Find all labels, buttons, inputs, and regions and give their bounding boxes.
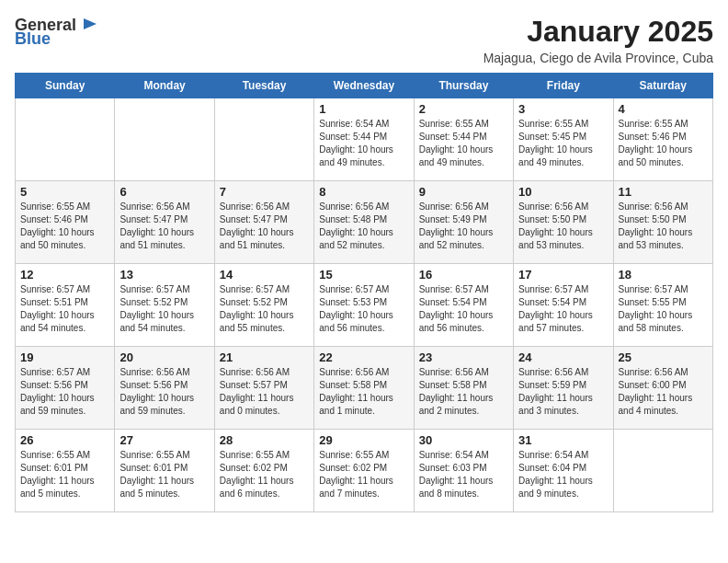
weekday-header-saturday: Saturday	[613, 74, 712, 98]
day-number: 29	[319, 433, 408, 447]
calendar-cell: 14Sunrise: 6:57 AM Sunset: 5:52 PM Dayli…	[214, 264, 313, 347]
weekday-header-wednesday: Wednesday	[314, 74, 414, 98]
day-info: Sunrise: 6:55 AM Sunset: 6:02 PM Dayligh…	[220, 449, 309, 500]
calendar-cell: 28Sunrise: 6:55 AM Sunset: 6:02 PM Dayli…	[214, 430, 313, 512]
calendar-cell: 30Sunrise: 6:54 AM Sunset: 6:03 PM Dayli…	[414, 430, 513, 512]
calendar-cell: 12Sunrise: 6:57 AM Sunset: 5:51 PM Dayli…	[16, 264, 115, 347]
day-info: Sunrise: 6:54 AM Sunset: 6:03 PM Dayligh…	[419, 449, 508, 500]
calendar-cell: 17Sunrise: 6:57 AM Sunset: 5:54 PM Dayli…	[514, 264, 613, 347]
calendar-table: SundayMondayTuesdayWednesdayThursdayFrid…	[15, 73, 713, 512]
day-info: Sunrise: 6:57 AM Sunset: 5:54 PM Dayligh…	[518, 283, 608, 335]
day-number: 19	[20, 350, 109, 364]
day-info: Sunrise: 6:54 AM Sunset: 5:44 PM Dayligh…	[319, 118, 408, 169]
calendar-week-row: 12Sunrise: 6:57 AM Sunset: 5:51 PM Dayli…	[16, 264, 713, 347]
day-info: Sunrise: 6:56 AM Sunset: 6:00 PM Dayligh…	[619, 366, 708, 418]
page-header: General Blue January 2025 Majagua, Ciego…	[15, 15, 713, 65]
day-number: 20	[119, 350, 209, 364]
title-block: January 2025 Majagua, Ciego de Avila Pro…	[483, 15, 713, 65]
day-info: Sunrise: 6:56 AM Sunset: 5:57 PM Dayligh…	[220, 366, 309, 418]
calendar-cell: 21Sunrise: 6:56 AM Sunset: 5:57 PM Dayli…	[214, 347, 313, 430]
day-number: 5	[20, 185, 109, 199]
day-info: Sunrise: 6:56 AM Sunset: 5:58 PM Dayligh…	[319, 366, 408, 418]
day-number: 17	[518, 268, 608, 282]
day-number: 4	[619, 102, 708, 116]
calendar-week-row: 5Sunrise: 6:55 AM Sunset: 5:46 PM Daylig…	[16, 181, 713, 264]
calendar-cell: 9Sunrise: 6:56 AM Sunset: 5:49 PM Daylig…	[414, 181, 513, 264]
calendar-cell: 6Sunrise: 6:56 AM Sunset: 5:47 PM Daylig…	[115, 181, 214, 264]
calendar-week-row: 1Sunrise: 6:54 AM Sunset: 5:44 PM Daylig…	[16, 98, 713, 181]
calendar-week-row: 19Sunrise: 6:57 AM Sunset: 5:56 PM Dayli…	[16, 347, 713, 430]
day-number: 6	[119, 185, 209, 199]
day-info: Sunrise: 6:56 AM Sunset: 5:48 PM Dayligh…	[319, 201, 408, 252]
day-number: 15	[319, 268, 408, 282]
day-info: Sunrise: 6:56 AM Sunset: 5:50 PM Dayligh…	[518, 201, 608, 252]
calendar-cell: 15Sunrise: 6:57 AM Sunset: 5:53 PM Dayli…	[314, 264, 414, 347]
day-number: 30	[419, 433, 508, 447]
calendar-cell: 31Sunrise: 6:54 AM Sunset: 6:04 PM Dayli…	[514, 430, 613, 512]
day-number: 31	[518, 433, 608, 447]
day-number: 1	[319, 102, 408, 116]
day-number: 18	[619, 268, 708, 282]
day-info: Sunrise: 6:55 AM Sunset: 5:46 PM Dayligh…	[619, 118, 708, 169]
day-info: Sunrise: 6:56 AM Sunset: 5:47 PM Dayligh…	[220, 201, 309, 252]
day-number: 3	[518, 102, 608, 116]
logo-flag-icon	[80, 15, 100, 35]
calendar-cell: 11Sunrise: 6:56 AM Sunset: 5:50 PM Dayli…	[613, 181, 712, 264]
day-number: 8	[319, 185, 408, 199]
day-number: 27	[119, 433, 209, 447]
calendar-cell	[613, 430, 712, 512]
day-info: Sunrise: 6:57 AM Sunset: 5:53 PM Dayligh…	[319, 283, 408, 335]
day-number: 2	[419, 102, 508, 116]
calendar-cell: 2Sunrise: 6:55 AM Sunset: 5:44 PM Daylig…	[414, 98, 513, 181]
day-info: Sunrise: 6:56 AM Sunset: 5:50 PM Dayligh…	[619, 201, 708, 252]
calendar-cell: 23Sunrise: 6:56 AM Sunset: 5:58 PM Dayli…	[414, 347, 513, 430]
calendar-cell: 29Sunrise: 6:55 AM Sunset: 6:02 PM Dayli…	[314, 430, 414, 512]
weekday-header-tuesday: Tuesday	[214, 74, 313, 98]
day-info: Sunrise: 6:56 AM Sunset: 5:49 PM Dayligh…	[419, 201, 508, 252]
calendar-cell	[16, 98, 115, 181]
day-number: 12	[20, 268, 109, 282]
calendar-cell: 22Sunrise: 6:56 AM Sunset: 5:58 PM Dayli…	[314, 347, 414, 430]
day-info: Sunrise: 6:56 AM Sunset: 5:58 PM Dayligh…	[419, 366, 508, 418]
day-number: 16	[419, 268, 508, 282]
calendar-body: 1Sunrise: 6:54 AM Sunset: 5:44 PM Daylig…	[16, 98, 713, 512]
day-info: Sunrise: 6:55 AM Sunset: 5:46 PM Dayligh…	[20, 201, 109, 252]
day-number: 13	[119, 268, 209, 282]
calendar-cell	[115, 98, 214, 181]
logo-blue: Blue	[15, 29, 51, 49]
calendar-cell: 16Sunrise: 6:57 AM Sunset: 5:54 PM Dayli…	[414, 264, 513, 347]
day-info: Sunrise: 6:57 AM Sunset: 5:56 PM Dayligh…	[20, 366, 109, 418]
day-info: Sunrise: 6:56 AM Sunset: 5:56 PM Dayligh…	[119, 366, 209, 418]
day-info: Sunrise: 6:55 AM Sunset: 5:45 PM Dayligh…	[518, 118, 608, 169]
day-info: Sunrise: 6:55 AM Sunset: 6:01 PM Dayligh…	[119, 449, 209, 500]
calendar-cell: 1Sunrise: 6:54 AM Sunset: 5:44 PM Daylig…	[314, 98, 414, 181]
weekday-header-row: SundayMondayTuesdayWednesdayThursdayFrid…	[16, 74, 713, 98]
calendar-cell: 7Sunrise: 6:56 AM Sunset: 5:47 PM Daylig…	[214, 181, 313, 264]
logo: General Blue	[15, 15, 100, 49]
weekday-header-sunday: Sunday	[16, 74, 115, 98]
calendar-subtitle: Majagua, Ciego de Avila Province, Cuba	[483, 51, 713, 65]
calendar-cell: 19Sunrise: 6:57 AM Sunset: 5:56 PM Dayli…	[16, 347, 115, 430]
day-number: 14	[220, 268, 309, 282]
day-number: 24	[518, 350, 608, 364]
calendar-cell: 8Sunrise: 6:56 AM Sunset: 5:48 PM Daylig…	[314, 181, 414, 264]
day-info: Sunrise: 6:54 AM Sunset: 6:04 PM Dayligh…	[518, 449, 608, 500]
day-info: Sunrise: 6:56 AM Sunset: 5:47 PM Dayligh…	[119, 201, 209, 252]
calendar-title: January 2025	[483, 15, 713, 49]
calendar-cell: 27Sunrise: 6:55 AM Sunset: 6:01 PM Dayli…	[115, 430, 214, 512]
calendar-cell: 10Sunrise: 6:56 AM Sunset: 5:50 PM Dayli…	[514, 181, 613, 264]
calendar-cell: 26Sunrise: 6:55 AM Sunset: 6:01 PM Dayli…	[16, 430, 115, 512]
calendar-cell: 20Sunrise: 6:56 AM Sunset: 5:56 PM Dayli…	[115, 347, 214, 430]
calendar-cell: 25Sunrise: 6:56 AM Sunset: 6:00 PM Dayli…	[613, 347, 712, 430]
day-number: 22	[319, 350, 408, 364]
day-info: Sunrise: 6:55 AM Sunset: 6:01 PM Dayligh…	[20, 449, 109, 500]
day-info: Sunrise: 6:57 AM Sunset: 5:55 PM Dayligh…	[619, 283, 708, 335]
day-info: Sunrise: 6:55 AM Sunset: 6:02 PM Dayligh…	[319, 449, 408, 500]
weekday-header-monday: Monday	[115, 74, 214, 98]
day-number: 26	[20, 433, 109, 447]
svg-marker-0	[84, 18, 97, 29]
day-info: Sunrise: 6:57 AM Sunset: 5:52 PM Dayligh…	[220, 283, 309, 335]
day-info: Sunrise: 6:57 AM Sunset: 5:54 PM Dayligh…	[419, 283, 508, 335]
calendar-cell: 4Sunrise: 6:55 AM Sunset: 5:46 PM Daylig…	[613, 98, 712, 181]
calendar-cell: 18Sunrise: 6:57 AM Sunset: 5:55 PM Dayli…	[613, 264, 712, 347]
